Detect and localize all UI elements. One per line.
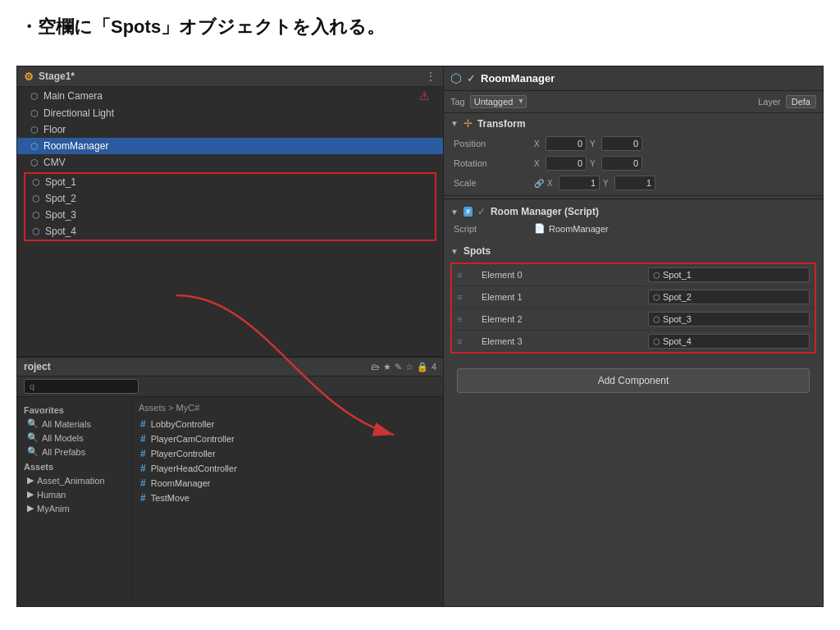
asset-label: LobbyController bbox=[151, 419, 215, 429]
hierarchy-item-cmv[interactable]: ⬡ CMV bbox=[17, 154, 443, 171]
lock-icon[interactable]: 🔒 bbox=[417, 362, 428, 372]
drag-handle-icon[interactable]: ≡ bbox=[457, 270, 477, 280]
asset-label: PlayerHeadController bbox=[151, 463, 237, 473]
element-label: Element 1 bbox=[482, 292, 643, 302]
transform-title: Transform bbox=[477, 118, 526, 130]
spots-element-0: ≡ Element 0 ⬡ Spot_1 bbox=[452, 264, 815, 286]
y-axis-label: Y bbox=[603, 179, 613, 188]
script-icon: # bbox=[140, 418, 146, 430]
script-section-header[interactable]: ▼ # ✓ Room Manager (Script) bbox=[444, 203, 823, 221]
asset-item-playerhead[interactable]: # PlayerHeadController bbox=[132, 461, 443, 476]
spots-section: ▼ Spots ≡ Element 0 ⬡ Spot_1 ≡ Element 1 bbox=[444, 240, 823, 360]
add-component-button[interactable]: Add Component bbox=[457, 368, 810, 393]
component-name: RoomManager bbox=[481, 72, 555, 84]
rotation-x-group: X bbox=[534, 156, 587, 171]
tag-dropdown[interactable]: Untagged ▼ bbox=[470, 95, 527, 108]
asset-item-playercam[interactable]: # PlayerCamController bbox=[132, 431, 443, 446]
hierarchy-item-room-manager[interactable]: ⬡ RoomManager bbox=[17, 138, 443, 154]
hierarchy-item-spot4[interactable]: ⬡ Spot_4 bbox=[25, 223, 435, 240]
sidebar-item-myanim[interactable]: ▶ MyAnim bbox=[17, 501, 131, 515]
item-label: Spot_3 bbox=[45, 209, 76, 221]
element-value[interactable]: ⬡ Spot_4 bbox=[648, 334, 810, 349]
position-label: Position bbox=[454, 139, 527, 148]
hierarchy-title-text: Stage1* bbox=[39, 71, 75, 82]
add-component-label: Add Component bbox=[598, 375, 669, 386]
active-checkbox[interactable]: ✓ bbox=[477, 206, 486, 217]
hierarchy-item-floor[interactable]: ⬡ Floor bbox=[17, 121, 443, 138]
star-icon[interactable]: ☆ bbox=[405, 362, 413, 372]
asset-item-roommanager[interactable]: # RoomManager bbox=[132, 476, 443, 491]
y-axis-label: Y bbox=[590, 139, 600, 148]
script-name: RoomManager bbox=[549, 224, 609, 234]
assets-list: # LobbyController # PlayerCamController … bbox=[132, 415, 443, 507]
asset-item-lobby[interactable]: # LobbyController bbox=[132, 417, 443, 431]
transform-section-header[interactable]: ▼ ✛ Transform bbox=[444, 113, 823, 134]
hierarchy-menu-icon[interactable]: ⋮ bbox=[425, 70, 436, 83]
script-value: 📄 RoomManager bbox=[534, 223, 813, 234]
component-cube-icon: ⬡ bbox=[450, 71, 462, 86]
element-value-text: Spot_4 bbox=[663, 336, 692, 346]
scale-fields: 🔗 X Y bbox=[534, 176, 813, 190]
hierarchy-item-spot2[interactable]: ⬡ Spot_2 bbox=[25, 190, 435, 207]
drag-handle-icon[interactable]: ≡ bbox=[457, 292, 477, 302]
position-y-input[interactable] bbox=[601, 136, 642, 151]
drag-handle-icon[interactable]: ≡ bbox=[457, 314, 477, 324]
cube-icon: ⬡ bbox=[32, 226, 40, 237]
drag-handle-icon[interactable]: ≡ bbox=[457, 336, 477, 346]
script-icon: # bbox=[140, 448, 146, 459]
unity-icon: ⚙ bbox=[24, 71, 34, 83]
hierarchy-title: ⚙ Stage1* bbox=[24, 71, 75, 83]
asset-item-playercontroller[interactable]: # PlayerController bbox=[132, 446, 443, 461]
y-axis-label: Y bbox=[590, 159, 600, 168]
assets-section-label: Assets bbox=[17, 459, 131, 473]
hierarchy-item-spot1[interactable]: ⬡ Spot_1 bbox=[25, 174, 435, 190]
hierarchy-item-main-camera[interactable]: ⬡ Main Camera ⚠ bbox=[17, 87, 443, 105]
section-divider bbox=[444, 195, 823, 196]
rotation-y-input[interactable] bbox=[601, 156, 642, 171]
collapse-arrow-icon: ▼ bbox=[450, 119, 459, 128]
active-checkbox[interactable]: ✓ bbox=[467, 72, 476, 84]
search-icon: 🔍 bbox=[27, 418, 39, 429]
element-value[interactable]: ⬡ Spot_3 bbox=[648, 312, 810, 326]
script-row: Script 📄 RoomManager bbox=[444, 221, 823, 236]
element-label: Element 2 bbox=[482, 314, 643, 324]
asset-label: PlayerController bbox=[151, 449, 216, 459]
project-inner: roject 🗁 ★ ✎ ☆ 🔒 4 bbox=[17, 358, 443, 606]
hierarchy-item-spot3[interactable]: ⬡ Spot_3 bbox=[25, 207, 435, 223]
asset-item-testmove[interactable]: # TestMove bbox=[132, 491, 443, 505]
hierarchy-item-directional-light[interactable]: ⬡ Directional Light bbox=[17, 105, 443, 121]
element-value[interactable]: ⬡ Spot_1 bbox=[648, 267, 810, 282]
collapse-arrow-icon: ▼ bbox=[450, 208, 459, 217]
position-x-input[interactable] bbox=[546, 136, 587, 151]
sidebar-item-all-prefabs[interactable]: 🔍 All Prefabs bbox=[17, 445, 131, 459]
tag-layer-row: Tag Untagged ▼ Layer Defa bbox=[444, 91, 823, 113]
cube-icon: ⬡ bbox=[32, 177, 40, 188]
sidebar-item-all-materials[interactable]: 🔍 All Materials bbox=[17, 417, 131, 431]
search-input[interactable] bbox=[24, 379, 139, 394]
spots-table: ≡ Element 0 ⬡ Spot_1 ≡ Element 1 ⬡ Spot_… bbox=[450, 262, 816, 354]
spots-section-header[interactable]: ▼ Spots bbox=[444, 243, 823, 259]
screenshot-container: ⚙ Stage1* ⋮ ⬡ Main Camera ⚠ ⬡ Directiona… bbox=[16, 66, 824, 607]
favorites-icon[interactable]: ★ bbox=[383, 362, 391, 372]
sidebar-item-asset-animation[interactable]: ▶ Asset_Animation bbox=[17, 473, 131, 487]
inspector-panel: ⬡ ✓ RoomManager Tag Untagged ▼ Layer Def… bbox=[444, 66, 823, 606]
scale-y-input[interactable] bbox=[614, 176, 655, 190]
sidebar-label: Human bbox=[37, 490, 66, 500]
scale-lock-icon: 🔗 bbox=[534, 179, 544, 188]
item-label: CMV bbox=[43, 157, 66, 168]
sidebar-item-human[interactable]: ▶ Human bbox=[17, 487, 131, 501]
element-value[interactable]: ⬡ Spot_2 bbox=[648, 290, 810, 304]
x-axis-label: X bbox=[534, 139, 544, 148]
page-title: ・空欄に「Spots」オブジェクトを入れる。 bbox=[0, 0, 840, 48]
brush-icon[interactable]: ✎ bbox=[395, 362, 402, 372]
sidebar-label: All Materials bbox=[42, 419, 91, 429]
element-value-text: Spot_1 bbox=[663, 270, 692, 280]
scale-x-input[interactable] bbox=[559, 176, 600, 190]
sidebar-item-all-models[interactable]: 🔍 All Models bbox=[17, 431, 131, 445]
folder-icon[interactable]: 🗁 bbox=[371, 362, 380, 372]
hierarchy-panel: ⚙ Stage1* ⋮ ⬡ Main Camera ⚠ ⬡ Directiona… bbox=[17, 66, 443, 358]
inspector-header: ⬡ ✓ RoomManager bbox=[444, 66, 823, 91]
layer-label: Layer bbox=[758, 97, 781, 107]
spots-element-2: ≡ Element 2 ⬡ Spot_3 bbox=[452, 308, 815, 331]
rotation-x-input[interactable] bbox=[546, 156, 587, 171]
